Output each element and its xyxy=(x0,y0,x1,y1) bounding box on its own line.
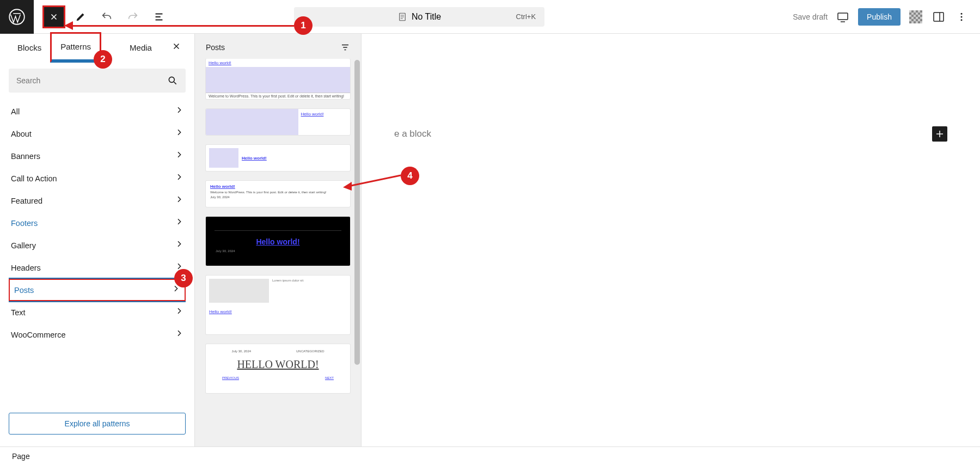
category-label: Headers xyxy=(11,264,41,272)
svg-point-6 xyxy=(960,19,962,21)
category-label: Text xyxy=(11,308,26,317)
more-vertical-icon xyxy=(956,11,967,22)
edit-tool-button[interactable] xyxy=(70,6,91,28)
svg-line-8 xyxy=(348,175,401,186)
category-label: Featured xyxy=(11,197,42,205)
editor-canvas[interactable]: e a block xyxy=(362,34,980,446)
category-item-posts[interactable]: Posts xyxy=(9,279,186,301)
category-item-all[interactable]: All xyxy=(9,100,186,123)
category-label: WooCommerce xyxy=(11,331,65,339)
annotation-arrow-1 xyxy=(69,25,294,27)
chevron-right-icon xyxy=(175,106,183,117)
undo-button[interactable] xyxy=(96,6,118,28)
pattern-preview[interactable]: Lorem ipsum dolor sit Hello world! xyxy=(206,276,350,334)
patterns-category-title: Posts xyxy=(206,43,225,52)
close-icon xyxy=(171,41,181,51)
tab-blocks[interactable]: Blocks xyxy=(9,34,50,61)
redo-icon xyxy=(127,11,139,23)
search-input[interactable] xyxy=(16,76,167,85)
category-item-footers[interactable]: Footers xyxy=(9,212,186,234)
preview-button[interactable] xyxy=(835,9,850,25)
chevron-right-icon xyxy=(175,150,183,162)
category-item-call-to-action[interactable]: Call to Action xyxy=(9,167,186,189)
breadcrumb[interactable]: Page xyxy=(12,452,30,461)
chevron-right-icon xyxy=(175,128,183,139)
tab-media[interactable]: Media xyxy=(121,34,161,61)
inserter-panel: Blocks Patterns Media AllAboutBannersCal… xyxy=(0,34,195,446)
svg-point-7 xyxy=(169,77,174,82)
search-box[interactable] xyxy=(9,69,186,93)
category-label: Footers xyxy=(11,219,38,228)
plus-icon xyxy=(935,129,945,139)
category-label: Banners xyxy=(11,152,40,161)
category-item-about[interactable]: About xyxy=(9,123,186,145)
settings-sidebar-button[interactable] xyxy=(931,9,946,25)
pencil-icon xyxy=(75,11,87,23)
sidebar-icon xyxy=(932,10,945,23)
page-icon xyxy=(397,12,407,22)
pattern-preview[interactable]: Hello world! Welcome to WordPress. This … xyxy=(206,59,350,99)
save-draft-button[interactable]: Save draft xyxy=(793,13,828,21)
pixel-icon xyxy=(909,10,922,23)
pattern-preview[interactable]: Hello world! xyxy=(206,109,350,135)
svg-rect-3 xyxy=(934,13,944,21)
category-item-woocommerce[interactable]: WooCommerce xyxy=(9,323,186,346)
desktop-icon xyxy=(836,10,849,23)
list-icon xyxy=(153,11,165,23)
wordpress-icon xyxy=(9,9,25,25)
chevron-right-icon xyxy=(175,307,183,318)
document-title-bar[interactable]: No Title Ctrl+K xyxy=(294,7,544,27)
editor-footer: Page xyxy=(0,446,980,465)
chevron-right-icon xyxy=(175,195,183,206)
pattern-preview[interactable]: July 30, 2024UNCATEGORIZED HELLO WORLD! … xyxy=(206,344,350,393)
chevron-right-icon xyxy=(175,240,183,251)
explore-patterns-button[interactable]: Explore all patterns xyxy=(9,413,186,435)
toggle-inserter-button[interactable] xyxy=(42,5,65,28)
category-label: All xyxy=(11,107,20,116)
jetpack-button[interactable] xyxy=(908,9,923,25)
category-item-featured[interactable]: Featured xyxy=(9,189,186,212)
annotation-arrow-4 xyxy=(342,173,402,191)
category-label: About xyxy=(11,130,32,138)
category-item-headers[interactable]: Headers xyxy=(9,256,186,279)
svg-rect-2 xyxy=(838,13,848,20)
annotation-badge-2: 2 xyxy=(94,50,112,69)
document-overview-button[interactable] xyxy=(148,6,170,28)
pattern-preview[interactable]: Hello world! Welcome to WordPress. This … xyxy=(206,181,350,207)
close-icon xyxy=(49,12,59,22)
chevron-right-icon xyxy=(175,217,183,229)
category-label: Posts xyxy=(14,286,34,295)
title-shortcut: Ctrl+K xyxy=(516,13,536,21)
svg-marker-9 xyxy=(343,182,352,191)
category-label: Gallery xyxy=(11,241,36,250)
annotation-badge-4: 4 xyxy=(401,167,419,185)
annotation-arrowhead-1 xyxy=(64,21,73,30)
filter-icon[interactable] xyxy=(340,42,350,52)
publish-button[interactable]: Publish xyxy=(858,8,901,26)
document-title: No Title xyxy=(412,12,441,22)
patterns-preview-column: Posts Hello world! Welcome to WordPress.… xyxy=(195,34,362,446)
close-inserter-button[interactable] xyxy=(167,37,186,58)
chevron-right-icon xyxy=(175,329,183,340)
search-icon xyxy=(167,75,178,86)
category-label: Call to Action xyxy=(11,174,57,183)
category-item-text[interactable]: Text xyxy=(9,301,186,323)
chevron-right-icon xyxy=(175,173,183,184)
pattern-preview[interactable]: Hello world! July 30, 2024 xyxy=(206,217,350,266)
pattern-preview[interactable]: Hello world! xyxy=(206,145,350,171)
category-item-banners[interactable]: Banners xyxy=(9,145,186,167)
tab-patterns[interactable]: Patterns xyxy=(52,34,100,61)
block-placeholder-text[interactable]: e a block xyxy=(394,129,431,139)
scrollbar-thumb[interactable] xyxy=(354,60,360,365)
add-block-button[interactable] xyxy=(932,126,947,142)
annotation-badge-3: 3 xyxy=(174,269,193,287)
svg-point-5 xyxy=(960,16,962,17)
redo-button[interactable] xyxy=(122,6,144,28)
wordpress-logo[interactable] xyxy=(0,0,34,34)
svg-point-4 xyxy=(960,13,962,14)
category-item-gallery[interactable]: Gallery xyxy=(9,234,186,256)
undo-icon xyxy=(101,11,113,23)
annotation-badge-1: 1 xyxy=(294,16,313,35)
options-button[interactable] xyxy=(954,9,969,25)
